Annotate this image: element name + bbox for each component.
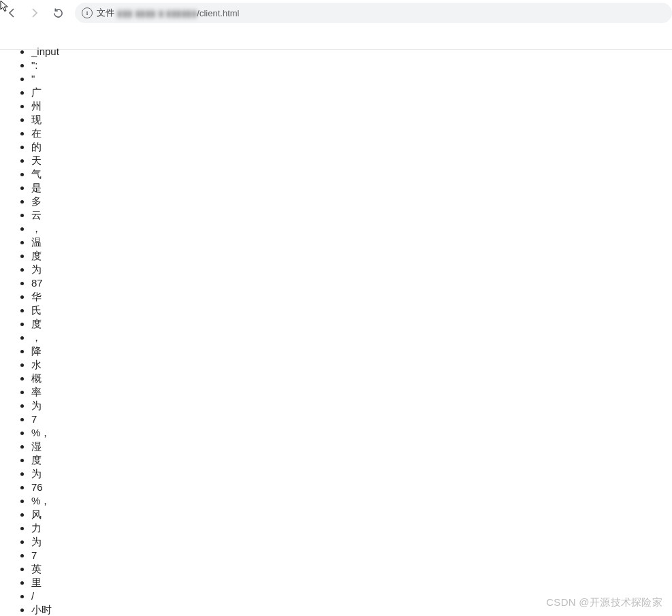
list-item: 度 — [31, 317, 672, 331]
list-item: 云 — [31, 208, 672, 222]
list-item: 里 — [31, 576, 672, 589]
list-item: 力 — [31, 521, 672, 535]
list-item: 温 — [31, 236, 672, 249]
list-item: 风 — [31, 508, 672, 521]
item-list: _input":"广州现在的天气是多云，温度为87华氏度，降水概率为7%，湿度为… — [0, 45, 672, 616]
address-bar[interactable]: i 文件 ▮▮▮ ▮▮▮▮ ▮ ▮▮▮▮▮▮ /client.html — [75, 3, 672, 23]
list-item: %， — [31, 426, 672, 440]
list-item: 华 — [31, 290, 672, 304]
list-item: 87 — [31, 276, 672, 290]
list-item: 广 — [31, 86, 672, 99]
list-item: 多 — [31, 195, 672, 208]
browser-toolbar: i 文件 ▮▮▮ ▮▮▮▮ ▮ ▮▮▮▮▮▮ /client.html — [0, 0, 672, 25]
list-item: 为 — [31, 399, 672, 412]
list-item: %， — [31, 494, 672, 508]
list-item: 英 — [31, 562, 672, 576]
list-item: 是 — [31, 181, 672, 195]
list-item: 气 — [31, 167, 672, 181]
list-item: 降 — [31, 344, 672, 358]
list-item: 为 — [31, 535, 672, 549]
list-item: 7 — [31, 412, 672, 426]
list-item: 的 — [31, 140, 672, 154]
list-item: 在 — [31, 127, 672, 140]
forward-button[interactable] — [23, 1, 46, 25]
back-button[interactable] — [0, 1, 23, 25]
list-item: 为 — [31, 263, 672, 276]
list-item: 氏 — [31, 304, 672, 317]
list-item: 水 — [31, 358, 672, 372]
list-item: 天 — [31, 154, 672, 167]
list-item: 概 — [31, 372, 672, 385]
list-item: 现 — [31, 113, 672, 127]
address-redacted: ▮▮▮ ▮▮▮▮ ▮ ▮▮▮▮▮▮ — [117, 8, 197, 18]
watermark-text: CSDN @开源技术探险家 — [546, 596, 662, 609]
list-item: 率 — [31, 385, 672, 399]
list-item: ， — [31, 331, 672, 344]
list-item: " — [31, 72, 672, 86]
list-item: 76 — [31, 481, 672, 494]
list-item: 湿 — [31, 440, 672, 453]
list-item: ": — [31, 59, 672, 72]
site-info-icon[interactable]: i — [82, 7, 93, 18]
address-path: /client.html — [197, 8, 239, 18]
list-item: 度 — [31, 249, 672, 263]
list-item: 度 — [31, 453, 672, 467]
list-item: ， — [31, 222, 672, 236]
reload-button[interactable] — [46, 1, 69, 25]
list-item: 为 — [31, 467, 672, 481]
page-content: _input":"广州现在的天气是多云，温度为87华氏度，降水概率为7%，湿度为… — [0, 25, 672, 616]
list-item: 7 — [31, 549, 672, 562]
address-protocol-label: 文件 — [97, 7, 114, 19]
list-item: 州 — [31, 99, 672, 113]
list-item: _input — [31, 45, 672, 59]
